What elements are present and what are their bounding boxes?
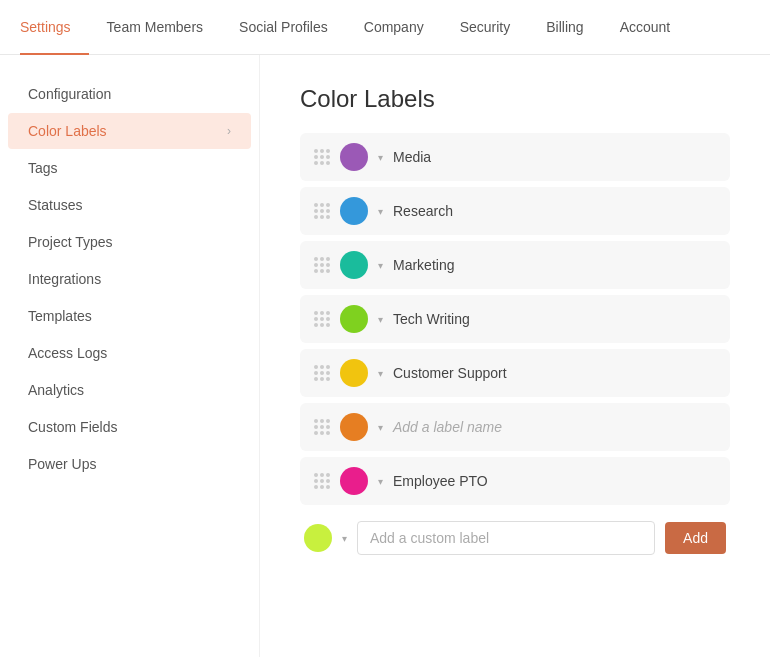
new-label-dropdown-arrow[interactable]: ▾	[342, 533, 347, 544]
drag-handle[interactable]	[314, 311, 330, 327]
color-circle[interactable]	[340, 305, 368, 333]
label-name: Tech Writing	[393, 311, 716, 327]
color-circle[interactable]	[340, 197, 368, 225]
label-row: ▾ Add a label name	[300, 403, 730, 451]
nav-settings[interactable]: Settings	[20, 0, 89, 55]
color-circle[interactable]	[340, 467, 368, 495]
sidebar-item-custom-fields[interactable]: Custom Fields	[8, 409, 251, 445]
add-label-input[interactable]	[357, 521, 655, 555]
sidebar-item-power-ups[interactable]: Power Ups	[8, 446, 251, 482]
label-row: ▾ Employee PTO	[300, 457, 730, 505]
label-name: Research	[393, 203, 716, 219]
sidebar-item-analytics[interactable]: Analytics	[8, 372, 251, 408]
color-dropdown-arrow[interactable]: ▾	[378, 152, 383, 163]
sidebar: Configuration Color Labels › Tags Status…	[0, 55, 260, 657]
add-label-row: ▾ Add	[300, 521, 730, 555]
sidebar-item-statuses[interactable]: Statuses	[8, 187, 251, 223]
color-circle[interactable]	[340, 359, 368, 387]
drag-handle[interactable]	[314, 257, 330, 273]
sidebar-item-templates[interactable]: Templates	[8, 298, 251, 334]
color-circle[interactable]	[340, 413, 368, 441]
color-label-list: ▾ Media ▾ Research	[300, 133, 730, 511]
sidebar-item-configuration[interactable]: Configuration	[8, 76, 251, 112]
top-nav: Settings Team Members Social Profiles Co…	[0, 0, 770, 55]
sidebar-item-project-types[interactable]: Project Types	[8, 224, 251, 260]
color-dropdown-arrow[interactable]: ▾	[378, 422, 383, 433]
sidebar-item-access-logs[interactable]: Access Logs	[8, 335, 251, 371]
sidebar-item-tags[interactable]: Tags	[8, 150, 251, 186]
nav-social-profiles[interactable]: Social Profiles	[221, 0, 346, 55]
color-dropdown-arrow[interactable]: ▾	[378, 368, 383, 379]
color-circle[interactable]	[340, 251, 368, 279]
label-name: Employee PTO	[393, 473, 716, 489]
drag-handle[interactable]	[314, 203, 330, 219]
nav-team-members[interactable]: Team Members	[89, 0, 221, 55]
nav-billing[interactable]: Billing	[528, 0, 601, 55]
label-name: Marketing	[393, 257, 716, 273]
drag-handle[interactable]	[314, 365, 330, 381]
drag-handle[interactable]	[314, 149, 330, 165]
drag-handle[interactable]	[314, 473, 330, 489]
label-row: ▾ Research	[300, 187, 730, 235]
sidebar-item-color-labels[interactable]: Color Labels ›	[8, 113, 251, 149]
nav-security[interactable]: Security	[442, 0, 529, 55]
label-name: Media	[393, 149, 716, 165]
label-row: ▾ Media	[300, 133, 730, 181]
drag-handle[interactable]	[314, 419, 330, 435]
label-name-placeholder[interactable]: Add a label name	[393, 419, 716, 435]
nav-company[interactable]: Company	[346, 0, 442, 55]
main-layout: Configuration Color Labels › Tags Status…	[0, 55, 770, 657]
label-name: Customer Support	[393, 365, 716, 381]
main-content: Color Labels ▾ Media	[260, 55, 770, 657]
page-title: Color Labels	[300, 85, 730, 113]
color-dropdown-arrow[interactable]: ▾	[378, 206, 383, 217]
chevron-right-icon: ›	[227, 124, 231, 138]
nav-account[interactable]: Account	[602, 0, 689, 55]
new-label-color-circle[interactable]	[304, 524, 332, 552]
label-row: ▾ Tech Writing	[300, 295, 730, 343]
color-dropdown-arrow[interactable]: ▾	[378, 314, 383, 325]
label-row: ▾ Marketing	[300, 241, 730, 289]
label-row: ▾ Customer Support	[300, 349, 730, 397]
color-circle[interactable]	[340, 143, 368, 171]
color-dropdown-arrow[interactable]: ▾	[378, 476, 383, 487]
sidebar-item-integrations[interactable]: Integrations	[8, 261, 251, 297]
color-dropdown-arrow[interactable]: ▾	[378, 260, 383, 271]
add-button[interactable]: Add	[665, 522, 726, 554]
